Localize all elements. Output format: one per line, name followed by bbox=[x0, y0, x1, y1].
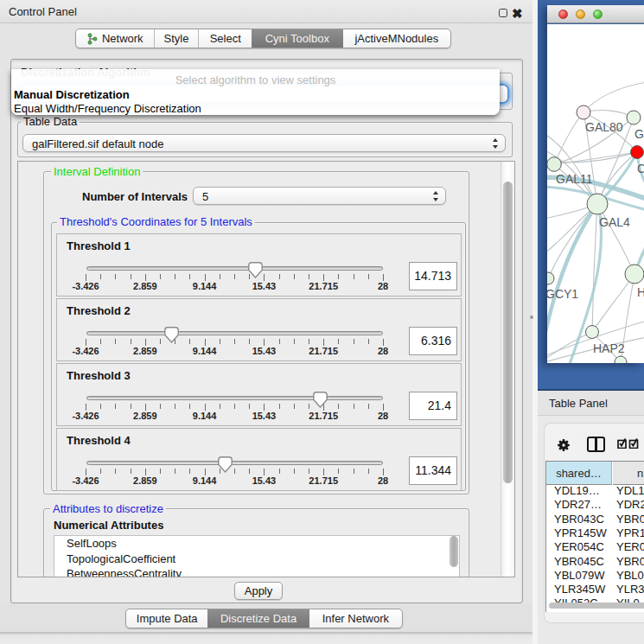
svg-text:GA: GA bbox=[634, 127, 644, 141]
svg-text:GAL4: GAL4 bbox=[599, 215, 630, 229]
svg-text:HAP2: HAP2 bbox=[593, 341, 625, 355]
svg-text:GCY1: GCY1 bbox=[547, 287, 578, 301]
svg-text:C: C bbox=[637, 162, 644, 175]
svg-text:GAL11: GAL11 bbox=[556, 172, 593, 186]
svg-text:GAL80: GAL80 bbox=[585, 120, 623, 134]
svg-text:H: H bbox=[637, 285, 644, 299]
